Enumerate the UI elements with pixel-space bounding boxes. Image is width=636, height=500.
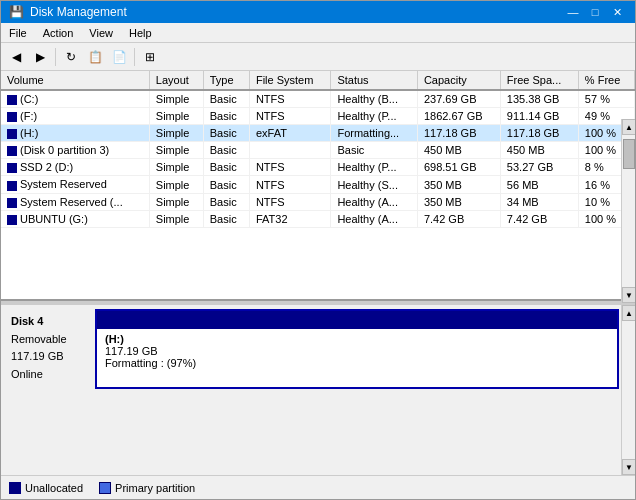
cell-free: 911.14 GB [500, 108, 578, 125]
col-pctfree[interactable]: % Free [578, 71, 634, 90]
cell-volume: System Reserved (... [1, 193, 149, 210]
toolbar-sep-1 [55, 48, 56, 66]
legend-unallocated-label: Unallocated [25, 482, 83, 494]
table-row[interactable]: (F:) Simple Basic NTFS Healthy (P... 186… [1, 108, 635, 125]
cell-layout: Simple [149, 193, 203, 210]
cell-fs: NTFS [249, 159, 331, 176]
col-capacity[interactable]: Capacity [417, 71, 500, 90]
col-filesystem[interactable]: File System [249, 71, 331, 90]
disk-type: Removable [11, 331, 89, 349]
cell-type: Basic [203, 108, 249, 125]
toolbar-refresh[interactable]: ↻ [60, 46, 82, 68]
menu-help[interactable]: Help [121, 25, 160, 41]
cell-volume: SSD 2 (D:) [1, 159, 149, 176]
menu-view[interactable]: View [81, 25, 121, 41]
table-scrollbar[interactable]: ▲ ▼ [621, 119, 635, 303]
partition-name: (H:) [105, 333, 609, 345]
cell-status: Healthy (P... [331, 159, 417, 176]
table-row[interactable]: (C:) Simple Basic NTFS Healthy (B... 237… [1, 90, 635, 108]
menu-file[interactable]: File [1, 25, 35, 41]
cell-volume: (H:) [1, 125, 149, 142]
disk-label: Disk 4 Removable 117.19 GB Online [5, 309, 95, 389]
title-bar: 💾 Disk Management — □ ✕ [1, 1, 635, 23]
disk-size: 117.19 GB [11, 348, 89, 366]
legend-primary-box [99, 482, 111, 494]
cell-free: 450 MB [500, 142, 578, 159]
cell-status: Healthy (B... [331, 90, 417, 108]
menu-action[interactable]: Action [35, 25, 82, 41]
cell-volume: (Disk 0 partition 3) [1, 142, 149, 159]
cell-status: Healthy (A... [331, 210, 417, 227]
col-type[interactable]: Type [203, 71, 249, 90]
partition-size: 117.19 GB [105, 345, 609, 357]
disk-area: Disk 4 Removable 117.19 GB Online (H:) 1… [1, 305, 635, 475]
cell-free: 56 MB [500, 176, 578, 193]
cell-fs: NTFS [249, 108, 331, 125]
cell-status: Basic [331, 142, 417, 159]
cell-fs [249, 142, 331, 159]
maximize-button[interactable]: □ [585, 3, 605, 21]
disk-name: Disk 4 [11, 313, 89, 331]
table-scroll-thumb[interactable] [623, 139, 635, 169]
cell-status: Healthy (P... [331, 108, 417, 125]
toolbar-btn4[interactable]: 📄 [108, 46, 130, 68]
cell-layout: Simple [149, 90, 203, 108]
table-row[interactable]: SSD 2 (D:) Simple Basic NTFS Healthy (P.… [1, 159, 635, 176]
cell-layout: Simple [149, 159, 203, 176]
toolbar-back[interactable]: ◀ [5, 46, 27, 68]
cell-type: Basic [203, 90, 249, 108]
cell-type: Basic [203, 210, 249, 227]
cell-volume: UBUNTU (G:) [1, 210, 149, 227]
cell-volume: System Reserved [1, 176, 149, 193]
title-bar-left: 💾 Disk Management [9, 5, 127, 19]
cell-capacity: 237.69 GB [417, 90, 500, 108]
scroll-down-btn[interactable]: ▼ [622, 459, 635, 475]
legend-primary: Primary partition [99, 482, 195, 494]
partition-container[interactable]: (H:) 117.19 GB Formatting : (97%) [97, 311, 617, 387]
cell-fs: NTFS [249, 176, 331, 193]
cell-type: Basic [203, 125, 249, 142]
cell-capacity: 7.42 GB [417, 210, 500, 227]
toolbar-btn5[interactable]: ⊞ [139, 46, 161, 68]
disk-scrollbar[interactable]: ▲ ▼ [621, 305, 635, 475]
legend-primary-label: Primary partition [115, 482, 195, 494]
cell-layout: Simple [149, 142, 203, 159]
table-row[interactable]: System Reserved Simple Basic NTFS Health… [1, 176, 635, 193]
cell-capacity: 450 MB [417, 142, 500, 159]
cell-volume: (C:) [1, 90, 149, 108]
cell-layout: Simple [149, 108, 203, 125]
scroll-up-btn[interactable]: ▲ [622, 305, 635, 321]
table-scroll-down[interactable]: ▼ [622, 287, 635, 303]
title-controls: — □ ✕ [563, 3, 627, 21]
col-freespace[interactable]: Free Spa... [500, 71, 578, 90]
status-bar: Unallocated Primary partition [1, 475, 635, 499]
table-row[interactable]: (H:) Simple Basic exFAT Formatting... 11… [1, 125, 635, 142]
table-scroll-up[interactable]: ▲ [622, 119, 635, 135]
volume-table-area[interactable]: Volume Layout Type File System Status Ca… [1, 71, 635, 301]
cell-type: Basic [203, 193, 249, 210]
cell-layout: Simple [149, 210, 203, 227]
main-area: Volume Layout Type File System Status Ca… [1, 71, 635, 475]
disk-partitions: (H:) 117.19 GB Formatting : (97%) [95, 309, 619, 389]
table-row[interactable]: System Reserved (... Simple Basic NTFS H… [1, 193, 635, 210]
table-row[interactable]: UBUNTU (G:) Simple Basic FAT32 Healthy (… [1, 210, 635, 227]
col-status[interactable]: Status [331, 71, 417, 90]
cell-pct: 57 % [578, 90, 634, 108]
cell-capacity: 350 MB [417, 193, 500, 210]
table-row[interactable]: (Disk 0 partition 3) Simple Basic Basic … [1, 142, 635, 159]
window-title: Disk Management [30, 5, 127, 19]
toolbar-forward[interactable]: ▶ [29, 46, 51, 68]
col-layout[interactable]: Layout [149, 71, 203, 90]
col-volume[interactable]: Volume [1, 71, 149, 90]
cell-type: Basic [203, 159, 249, 176]
cell-status: Formatting... [331, 125, 417, 142]
partition-info: (H:) 117.19 GB Formatting : (97%) [97, 329, 617, 387]
disk-row: Disk 4 Removable 117.19 GB Online (H:) 1… [5, 309, 619, 389]
cell-free: 117.18 GB [500, 125, 578, 142]
toolbar-btn3[interactable]: 📋 [84, 46, 106, 68]
cell-capacity: 1862.67 GB [417, 108, 500, 125]
close-button[interactable]: ✕ [607, 3, 627, 21]
cell-fs: NTFS [249, 193, 331, 210]
minimize-button[interactable]: — [563, 3, 583, 21]
cell-status: Healthy (S... [331, 176, 417, 193]
